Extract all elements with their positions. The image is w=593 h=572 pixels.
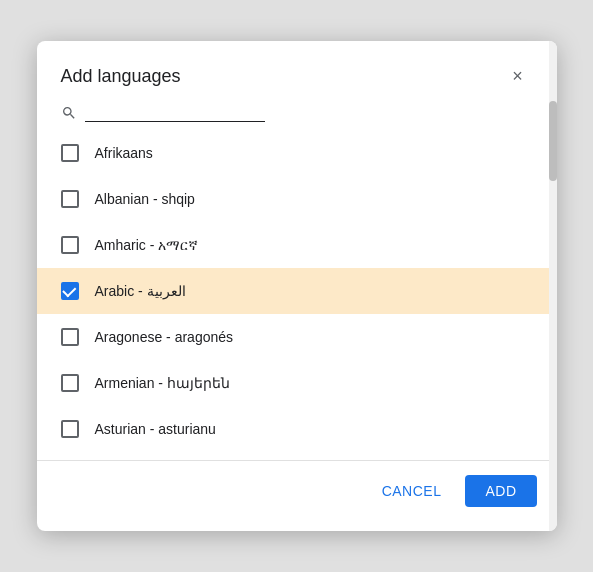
language-label-afrikaans: Afrikaans	[95, 145, 153, 161]
checkbox-asturian[interactable]	[61, 420, 79, 438]
language-label-amharic: Amharic - አማርኛ	[95, 237, 199, 254]
add-languages-dialog: Add languages × AfrikaansAlbanian - shqi…	[37, 41, 557, 531]
cancel-button[interactable]: CANCEL	[366, 475, 458, 507]
list-item[interactable]: Amharic - አማርኛ	[37, 222, 557, 268]
dialog-footer: CANCEL ADD	[37, 461, 557, 521]
checkbox-albanian[interactable]	[61, 190, 79, 208]
search-icon	[61, 105, 77, 121]
list-item[interactable]: Aragonese - aragonés	[37, 314, 557, 360]
language-label-asturian: Asturian - asturianu	[95, 421, 216, 437]
language-label-arabic: Arabic - العربية	[95, 283, 186, 299]
checkbox-amharic[interactable]	[61, 236, 79, 254]
list-item[interactable]: Albanian - shqip	[37, 176, 557, 222]
close-button[interactable]: ×	[503, 61, 533, 91]
scrollbar-thumb	[549, 101, 557, 181]
scrollbar-track	[549, 41, 557, 531]
language-list: AfrikaansAlbanian - shqipAmharic - አማርኛA…	[37, 130, 557, 460]
dialog-title: Add languages	[61, 66, 181, 87]
list-item[interactable]: Armenian - հայերեն	[37, 360, 557, 406]
list-item[interactable]: Arabic - العربية	[37, 268, 557, 314]
dialog-header: Add languages ×	[37, 41, 557, 103]
add-button[interactable]: ADD	[465, 475, 536, 507]
language-label-aragonese: Aragonese - aragonés	[95, 329, 234, 345]
list-item[interactable]: Asturian - asturianu	[37, 406, 557, 452]
close-icon: ×	[512, 66, 523, 87]
checkbox-afrikaans[interactable]	[61, 144, 79, 162]
language-label-armenian: Armenian - հայերեն	[95, 375, 230, 391]
list-item[interactable]: Afrikaans	[37, 130, 557, 176]
search-container	[37, 103, 557, 130]
language-label-albanian: Albanian - shqip	[95, 191, 195, 207]
checkbox-arabic[interactable]	[61, 282, 79, 300]
checkbox-armenian[interactable]	[61, 374, 79, 392]
checkbox-aragonese[interactable]	[61, 328, 79, 346]
search-input[interactable]	[85, 103, 265, 122]
